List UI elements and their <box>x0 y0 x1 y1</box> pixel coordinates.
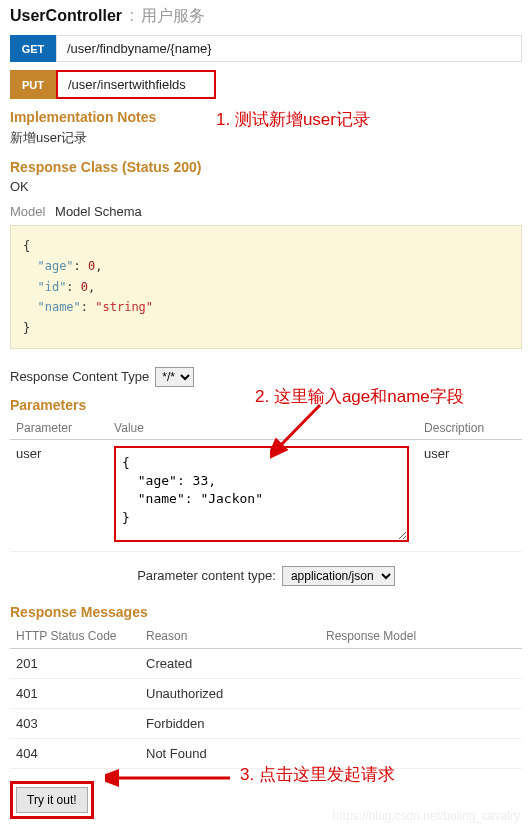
parameters-title: Parameters <box>10 397 522 413</box>
param-header-parameter: Parameter <box>10 417 108 440</box>
response-content-type-select[interactable]: */* <box>155 367 194 387</box>
resp-reason: Forbidden <box>140 708 320 738</box>
json-open: { <box>23 239 30 253</box>
resp-code: 404 <box>10 738 140 768</box>
resp-row: 404 Not Found <box>10 738 522 768</box>
param-value-input[interactable] <box>114 446 409 542</box>
resp-row: 401 Unauthorized <box>10 678 522 708</box>
response-messages-title: Response Messages <box>10 604 522 620</box>
resp-row: 403 Forbidden <box>10 708 522 738</box>
resp-reason: Unauthorized <box>140 678 320 708</box>
impl-notes-title: Implementation Notes <box>10 109 522 125</box>
resp-reason: Not Found <box>140 738 320 768</box>
resp-code: 403 <box>10 708 140 738</box>
response-content-type-row: Response Content Type */* <box>10 367 522 387</box>
operation-put[interactable]: PUT /user/insertwithfields <box>10 70 522 99</box>
controller-header: UserController : 用户服务 <box>10 6 522 27</box>
path-get: /user/findbyname/{name} <box>56 35 522 62</box>
param-header-value: Value <box>108 417 418 440</box>
rct-label: Response Content Type <box>10 369 149 384</box>
resp-header-model: Response Model <box>320 624 522 649</box>
controller-desc: 用户服务 <box>141 7 205 24</box>
pct-label: Parameter content type: <box>137 568 276 583</box>
json-key-age: "age" <box>37 259 73 273</box>
response-messages-table: HTTP Status Code Reason Response Model 2… <box>10 624 522 769</box>
model-schema-box[interactable]: { "age": 0, "id": 0, "name": "string" } <box>10 225 522 349</box>
watermark: https://blog.csdn.net/boling_cavalry <box>333 809 520 823</box>
json-key-id: "id" <box>37 280 66 294</box>
param-content-type-row: Parameter content type: application/json <box>10 566 522 586</box>
tab-model-schema[interactable]: Model Schema <box>49 204 142 219</box>
impl-notes-text: 新增user记录 <box>10 129 522 147</box>
operation-get[interactable]: GET /user/findbyname/{name} <box>10 35 522 62</box>
param-row: user user <box>10 439 522 551</box>
arrow-icon <box>105 766 235 790</box>
try-button-highlight: Try it out! <box>10 781 94 819</box>
resp-code: 401 <box>10 678 140 708</box>
resp-header-reason: Reason <box>140 624 320 649</box>
colon: : <box>129 7 133 24</box>
response-class-title: Response Class (Status 200) <box>10 159 522 175</box>
param-name: user <box>10 439 108 551</box>
path-put: /user/insertwithfields <box>56 70 216 99</box>
resp-row: 201 Created <box>10 648 522 678</box>
try-it-out-button[interactable]: Try it out! <box>16 787 88 813</box>
param-description: user <box>418 439 522 551</box>
resp-header-code: HTTP Status Code <box>10 624 140 649</box>
resp-reason: Created <box>140 648 320 678</box>
resp-code: 201 <box>10 648 140 678</box>
param-header-description: Description <box>418 417 522 440</box>
response-class-ok: OK <box>10 179 522 194</box>
param-content-type-select[interactable]: application/json <box>282 566 395 586</box>
json-key-name: "name" <box>37 300 80 314</box>
tab-model[interactable]: Model <box>10 204 45 219</box>
json-val-id: 0 <box>81 280 88 294</box>
schema-tabs: Model Model Schema <box>10 204 522 219</box>
method-badge-get: GET <box>10 35 56 62</box>
parameters-table: Parameter Value Description user user <box>10 417 522 552</box>
json-val-name: "string" <box>95 300 153 314</box>
method-badge-put: PUT <box>10 70 56 99</box>
json-close: } <box>23 321 30 335</box>
controller-name[interactable]: UserController <box>10 7 122 24</box>
